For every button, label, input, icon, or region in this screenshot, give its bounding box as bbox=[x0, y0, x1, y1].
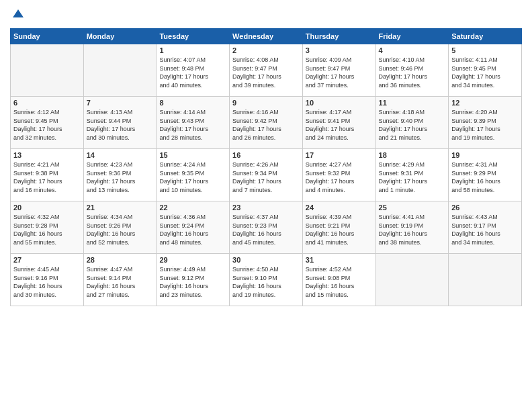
weekday-header-thursday: Thursday bbox=[302, 29, 375, 44]
weekday-header-friday: Friday bbox=[375, 29, 449, 44]
day-info: Sunrise: 4:29 AM Sunset: 9:31 PM Dayligh… bbox=[379, 161, 446, 194]
day-info: Sunrise: 4:11 AM Sunset: 9:45 PM Dayligh… bbox=[451, 56, 519, 89]
week-row-1: 1Sunrise: 4:07 AM Sunset: 9:48 PM Daylig… bbox=[11, 44, 522, 97]
calendar-cell: 12Sunrise: 4:20 AM Sunset: 9:39 PM Dayli… bbox=[449, 97, 522, 149]
day-info: Sunrise: 4:45 AM Sunset: 9:16 PM Dayligh… bbox=[13, 265, 81, 299]
logo bbox=[10, 7, 29, 23]
calendar-header: SundayMondayTuesdayWednesdayThursdayFrid… bbox=[11, 29, 522, 44]
day-info: Sunrise: 4:37 AM Sunset: 9:23 PM Dayligh… bbox=[232, 213, 300, 246]
calendar-cell: 16Sunrise: 4:26 AM Sunset: 9:34 PM Dayli… bbox=[230, 149, 303, 201]
day-info: Sunrise: 4:39 AM Sunset: 9:21 PM Dayligh… bbox=[306, 213, 373, 246]
calendar-cell bbox=[375, 254, 449, 306]
header bbox=[10, 7, 522, 23]
day-info: Sunrise: 4:27 AM Sunset: 9:32 PM Dayligh… bbox=[306, 161, 373, 194]
day-number: 3 bbox=[306, 46, 373, 54]
weekday-row: SundayMondayTuesdayWednesdayThursdayFrid… bbox=[11, 29, 522, 44]
day-info: Sunrise: 4:07 AM Sunset: 9:48 PM Dayligh… bbox=[159, 56, 226, 89]
calendar-cell: 28Sunrise: 4:47 AM Sunset: 9:14 PM Dayli… bbox=[83, 254, 157, 306]
calendar-cell bbox=[83, 44, 157, 97]
day-number: 2 bbox=[232, 46, 300, 54]
day-info: Sunrise: 4:23 AM Sunset: 9:36 PM Dayligh… bbox=[87, 161, 154, 194]
day-info: Sunrise: 4:52 AM Sunset: 9:08 PM Dayligh… bbox=[306, 265, 373, 299]
day-number: 17 bbox=[306, 151, 373, 159]
day-number: 21 bbox=[87, 203, 154, 212]
day-info: Sunrise: 4:17 AM Sunset: 9:41 PM Dayligh… bbox=[306, 108, 373, 142]
week-row-4: 20Sunrise: 4:32 AM Sunset: 9:28 PM Dayli… bbox=[11, 201, 522, 254]
day-number: 9 bbox=[232, 99, 300, 107]
day-number: 30 bbox=[232, 256, 300, 264]
day-number: 26 bbox=[451, 203, 519, 212]
day-number: 11 bbox=[379, 99, 446, 107]
week-row-2: 6Sunrise: 4:12 AM Sunset: 9:45 PM Daylig… bbox=[11, 97, 522, 149]
day-info: Sunrise: 4:49 AM Sunset: 9:12 PM Dayligh… bbox=[159, 265, 226, 299]
calendar: SundayMondayTuesdayWednesdayThursdayFrid… bbox=[10, 28, 522, 306]
day-info: Sunrise: 4:50 AM Sunset: 9:10 PM Dayligh… bbox=[232, 265, 300, 299]
calendar-cell: 15Sunrise: 4:24 AM Sunset: 9:35 PM Dayli… bbox=[157, 149, 230, 201]
day-number: 12 bbox=[451, 99, 519, 107]
day-number: 29 bbox=[159, 256, 226, 264]
calendar-cell: 7Sunrise: 4:13 AM Sunset: 9:44 PM Daylig… bbox=[83, 97, 157, 149]
day-number: 10 bbox=[306, 99, 373, 107]
day-number: 31 bbox=[306, 256, 373, 264]
week-row-3: 13Sunrise: 4:21 AM Sunset: 9:38 PM Dayli… bbox=[11, 149, 522, 201]
weekday-header-monday: Monday bbox=[83, 29, 157, 44]
day-info: Sunrise: 4:13 AM Sunset: 9:44 PM Dayligh… bbox=[87, 108, 154, 142]
calendar-cell: 4Sunrise: 4:10 AM Sunset: 9:46 PM Daylig… bbox=[375, 44, 449, 97]
day-number: 14 bbox=[87, 151, 154, 159]
day-number: 15 bbox=[159, 151, 226, 159]
day-info: Sunrise: 4:47 AM Sunset: 9:14 PM Dayligh… bbox=[87, 265, 154, 299]
weekday-header-wednesday: Wednesday bbox=[230, 29, 303, 44]
weekday-header-sunday: Sunday bbox=[11, 29, 84, 44]
day-number: 28 bbox=[87, 256, 154, 264]
calendar-cell: 29Sunrise: 4:49 AM Sunset: 9:12 PM Dayli… bbox=[157, 254, 230, 306]
day-info: Sunrise: 4:08 AM Sunset: 9:47 PM Dayligh… bbox=[232, 56, 300, 89]
week-row-5: 27Sunrise: 4:45 AM Sunset: 9:16 PM Dayli… bbox=[11, 254, 522, 306]
day-info: Sunrise: 4:09 AM Sunset: 9:47 PM Dayligh… bbox=[306, 56, 373, 89]
calendar-cell: 14Sunrise: 4:23 AM Sunset: 9:36 PM Dayli… bbox=[83, 149, 157, 201]
calendar-body: 1Sunrise: 4:07 AM Sunset: 9:48 PM Daylig… bbox=[11, 44, 522, 306]
calendar-cell: 27Sunrise: 4:45 AM Sunset: 9:16 PM Dayli… bbox=[11, 254, 84, 306]
day-info: Sunrise: 4:14 AM Sunset: 9:43 PM Dayligh… bbox=[159, 108, 226, 142]
calendar-cell: 24Sunrise: 4:39 AM Sunset: 9:21 PM Dayli… bbox=[302, 201, 375, 254]
calendar-cell: 23Sunrise: 4:37 AM Sunset: 9:23 PM Dayli… bbox=[230, 201, 303, 254]
page: SundayMondayTuesdayWednesdayThursdayFrid… bbox=[0, 0, 532, 411]
day-info: Sunrise: 4:10 AM Sunset: 9:46 PM Dayligh… bbox=[379, 56, 446, 89]
day-info: Sunrise: 4:24 AM Sunset: 9:35 PM Dayligh… bbox=[159, 161, 226, 194]
day-number: 20 bbox=[13, 203, 81, 212]
calendar-cell: 17Sunrise: 4:27 AM Sunset: 9:32 PM Dayli… bbox=[302, 149, 375, 201]
calendar-cell: 20Sunrise: 4:32 AM Sunset: 9:28 PM Dayli… bbox=[11, 201, 84, 254]
calendar-cell: 2Sunrise: 4:08 AM Sunset: 9:47 PM Daylig… bbox=[230, 44, 303, 97]
day-number: 25 bbox=[379, 203, 446, 212]
calendar-cell: 21Sunrise: 4:34 AM Sunset: 9:26 PM Dayli… bbox=[83, 201, 157, 254]
calendar-cell: 1Sunrise: 4:07 AM Sunset: 9:48 PM Daylig… bbox=[157, 44, 230, 97]
calendar-cell bbox=[449, 254, 522, 306]
calendar-cell: 6Sunrise: 4:12 AM Sunset: 9:45 PM Daylig… bbox=[11, 97, 84, 149]
calendar-cell: 5Sunrise: 4:11 AM Sunset: 9:45 PM Daylig… bbox=[449, 44, 522, 97]
day-number: 19 bbox=[451, 151, 519, 159]
calendar-cell: 8Sunrise: 4:14 AM Sunset: 9:43 PM Daylig… bbox=[157, 97, 230, 149]
day-number: 4 bbox=[379, 46, 446, 54]
day-info: Sunrise: 4:20 AM Sunset: 9:39 PM Dayligh… bbox=[451, 108, 519, 142]
day-info: Sunrise: 4:31 AM Sunset: 9:29 PM Dayligh… bbox=[451, 161, 519, 194]
day-number: 22 bbox=[159, 203, 226, 212]
day-info: Sunrise: 4:41 AM Sunset: 9:19 PM Dayligh… bbox=[379, 213, 446, 246]
day-number: 23 bbox=[232, 203, 300, 212]
logo-icon bbox=[10, 7, 26, 23]
day-number: 6 bbox=[13, 99, 81, 107]
day-number: 13 bbox=[13, 151, 81, 159]
calendar-cell: 10Sunrise: 4:17 AM Sunset: 9:41 PM Dayli… bbox=[302, 97, 375, 149]
weekday-header-saturday: Saturday bbox=[449, 29, 522, 44]
day-info: Sunrise: 4:16 AM Sunset: 9:42 PM Dayligh… bbox=[232, 108, 300, 142]
day-number: 24 bbox=[306, 203, 373, 212]
calendar-cell: 30Sunrise: 4:50 AM Sunset: 9:10 PM Dayli… bbox=[230, 254, 303, 306]
calendar-cell: 25Sunrise: 4:41 AM Sunset: 9:19 PM Dayli… bbox=[375, 201, 449, 254]
day-info: Sunrise: 4:18 AM Sunset: 9:40 PM Dayligh… bbox=[379, 108, 446, 142]
day-info: Sunrise: 4:34 AM Sunset: 9:26 PM Dayligh… bbox=[87, 213, 154, 246]
day-number: 16 bbox=[232, 151, 300, 159]
day-number: 7 bbox=[87, 99, 154, 107]
weekday-header-tuesday: Tuesday bbox=[157, 29, 230, 44]
day-number: 27 bbox=[13, 256, 81, 264]
day-number: 8 bbox=[159, 99, 226, 107]
day-info: Sunrise: 4:43 AM Sunset: 9:17 PM Dayligh… bbox=[451, 213, 519, 246]
day-info: Sunrise: 4:21 AM Sunset: 9:38 PM Dayligh… bbox=[13, 161, 81, 194]
